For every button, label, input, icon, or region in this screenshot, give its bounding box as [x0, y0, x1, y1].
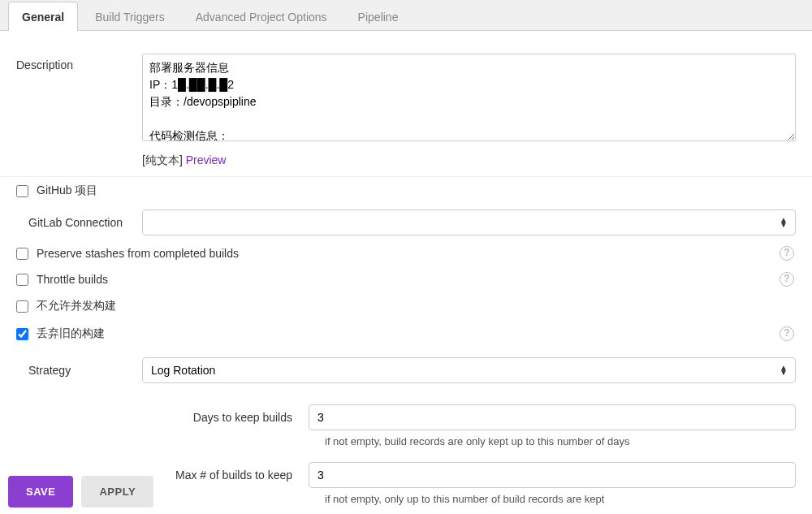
gitlab-connection-label: GitLab Connection [16, 216, 142, 229]
disallow-concurrent-checkbox[interactable] [16, 300, 28, 313]
footer-actions: SAVE APPLY [0, 469, 162, 514]
github-project-checkbox[interactable] [16, 185, 28, 197]
days-to-keep-label: Days to keep builds [32, 411, 309, 424]
disallow-concurrent-label[interactable]: 不允许并发构建 [37, 299, 116, 313]
strategy-label: Strategy [16, 364, 142, 377]
tab-advanced-project-options[interactable]: Advanced Project Options [182, 2, 341, 31]
config-tabs: General Build Triggers Advanced Project … [0, 0, 812, 31]
strategy-select[interactable]: Log Rotation [142, 357, 796, 383]
save-button[interactable]: SAVE [8, 476, 73, 508]
preserve-stashes-checkbox[interactable] [16, 248, 28, 260]
throttle-builds-label[interactable]: Throttle builds [37, 273, 108, 286]
throttle-builds-checkbox[interactable] [16, 274, 28, 286]
tab-general[interactable]: General [8, 2, 78, 31]
discard-old-builds-checkbox[interactable] [16, 328, 28, 340]
plain-text-hint: [纯文本] [142, 153, 183, 166]
max-builds-input[interactable] [309, 462, 796, 488]
help-icon[interactable]: ? [780, 272, 794, 287]
days-to-keep-hint: if not empty, build records are only kep… [16, 430, 812, 457]
gitlab-connection-select[interactable] [142, 209, 796, 235]
description-textarea[interactable] [142, 54, 796, 141]
general-form: Description [纯文本] Preview GitHub 项目 GitL… [0, 31, 812, 514]
github-project-label[interactable]: GitHub 项目 [37, 184, 97, 198]
tab-pipeline[interactable]: Pipeline [344, 2, 412, 31]
tab-build-triggers[interactable]: Build Triggers [81, 2, 179, 31]
apply-button[interactable]: APPLY [81, 476, 153, 508]
preserve-stashes-label[interactable]: Preserve stashes from completed builds [37, 247, 239, 260]
description-label: Description [16, 54, 142, 71]
preview-link[interactable]: Preview [186, 153, 227, 166]
days-to-keep-input[interactable] [309, 404, 796, 430]
discard-old-builds-label[interactable]: 丢弃旧的构建 [37, 326, 105, 341]
help-icon[interactable]: ? [780, 246, 794, 261]
help-icon[interactable]: ? [780, 326, 794, 341]
